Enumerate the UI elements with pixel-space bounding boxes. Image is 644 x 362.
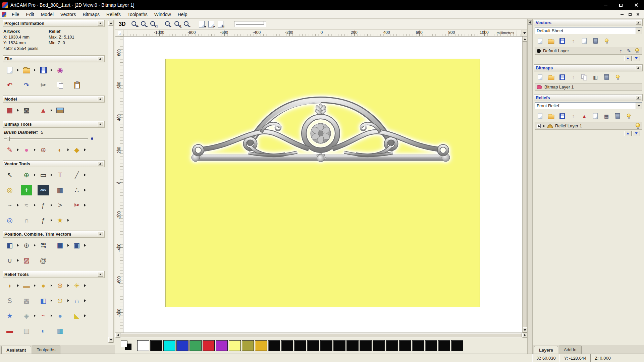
paint-selective-icon[interactable]: ● (21, 144, 32, 155)
arc-fit-icon[interactable]: ∩ (21, 215, 32, 226)
swatch-black-16[interactable] (451, 340, 463, 351)
vertical-scrollbar[interactable] (522, 37, 527, 333)
fillet-icon[interactable]: ∪ (4, 255, 15, 266)
collapse-section-button[interactable] (636, 96, 641, 100)
weave-wizard-icon[interactable]: ▩ (21, 295, 32, 306)
align-objects-icon[interactable]: ◧ (4, 240, 15, 251)
drawing-viewport[interactable] (123, 37, 522, 333)
tab-assistant[interactable]: Assistant (1, 346, 31, 354)
layer-row-relief-layer-1[interactable]: Relief Layer 1 (535, 122, 642, 130)
collapse-section-button[interactable] (98, 272, 103, 277)
set-model-size-icon[interactable]: ▦ (4, 105, 15, 116)
swatch-black-2[interactable] (268, 340, 280, 351)
stamp-relief-icon[interactable]: ⊙ (54, 295, 66, 306)
layer-row-default-layer[interactable]: Default Layer ↑✎ (535, 47, 642, 55)
create-text-icon[interactable]: T (54, 170, 66, 180)
insert-point-icon[interactable]: > (54, 200, 66, 210)
texture-relief-icon[interactable]: ☀ (71, 280, 83, 291)
block-array-icon[interactable]: ▦ (54, 240, 66, 251)
scroll-down-button[interactable] (108, 337, 113, 343)
assistant-panel-scrollbar[interactable] (108, 20, 114, 343)
swatch-red[interactable] (203, 340, 215, 351)
layer-visibility-icon[interactable] (634, 48, 640, 54)
swatch-gold[interactable] (255, 340, 267, 351)
swatch-black-3[interactable] (281, 340, 293, 351)
create-polyline-icon[interactable]: ~ (4, 200, 15, 210)
relief-selector[interactable]: Front Relief (535, 102, 642, 109)
measure-icon[interactable]: ╱ (71, 170, 83, 180)
new-vector-layer-icon[interactable] (536, 37, 544, 45)
record-model-icon[interactable]: ◉ (54, 65, 66, 75)
tab-toolpaths[interactable]: Toolpaths (32, 346, 61, 354)
scroll-left-button[interactable] (115, 333, 120, 338)
sculpt-icon[interactable]: ◗ (4, 280, 15, 291)
swatch-black-10[interactable] (373, 340, 385, 351)
colour-picker-icon[interactable]: ⊕ (38, 144, 49, 155)
tab-add-in[interactable]: Add In (559, 346, 582, 354)
swatch-black[interactable] (150, 340, 162, 351)
open-vector-layer-icon[interactable] (547, 37, 555, 45)
new-sheet-icon[interactable] (580, 37, 588, 45)
mdi-close-button[interactable] (634, 11, 642, 18)
view-back-button[interactable]: ◂ (197, 20, 206, 28)
zoom-object-button[interactable]: ○ (182, 20, 191, 28)
paste-along-curve-icon[interactable]: ∴ (71, 185, 83, 195)
swatch-black-13[interactable] (412, 340, 424, 351)
zoom-window-button[interactable]: □ (149, 20, 158, 28)
swatch-blue[interactable] (176, 340, 189, 351)
delete-vector-layer-icon[interactable] (591, 37, 599, 45)
swatch-white[interactable] (137, 340, 149, 351)
menu-vectors[interactable]: Vectors (57, 10, 79, 18)
open-model-icon[interactable] (21, 65, 32, 75)
zoom-1to1-button[interactable]: 1 (173, 20, 182, 28)
save-model-icon[interactable] (38, 65, 49, 75)
offset-vectors-icon[interactable]: ◎ (4, 185, 15, 195)
layer-move-up-button[interactable] (624, 56, 632, 61)
bitmap-sheet[interactable] (165, 59, 480, 307)
layer-move-down-button[interactable] (633, 56, 640, 61)
swatch-magenta[interactable] (216, 340, 228, 351)
redo-icon[interactable]: ↷ (21, 80, 32, 90)
swatch-black-6[interactable] (320, 340, 332, 351)
close-button[interactable] (629, 0, 644, 10)
wave-wizard-icon[interactable]: ~ (38, 310, 49, 321)
zoom-in-button[interactable]: + (130, 20, 139, 28)
dome-icon[interactable]: ∩ (71, 295, 83, 306)
texture-flow-icon[interactable]: ▦ (54, 325, 66, 336)
join-vectors-icon[interactable]: ƒ (38, 215, 49, 226)
layer-expander-icon[interactable] (543, 125, 545, 127)
mdi-minimize-button[interactable] (618, 11, 626, 18)
paste-text-icon[interactable]: ABC (38, 185, 49, 195)
new-bitmap-layer-icon[interactable] (536, 73, 544, 81)
relief-calculator-icon[interactable]: ▦ (602, 112, 610, 120)
spiral-icon[interactable]: @ (38, 255, 49, 266)
new-relief-layer-icon[interactable] (536, 112, 544, 120)
cut-vector-icon[interactable]: ✂ (71, 200, 83, 210)
menu-reliefs[interactable]: Reliefs (103, 10, 124, 18)
swatch-black-12[interactable] (399, 340, 411, 351)
block-paste-icon[interactable]: + (21, 185, 32, 195)
create-star-icon[interactable]: ★ (54, 215, 66, 226)
sheet-selector[interactable]: Default Sheet (535, 27, 642, 34)
horizontal-scrollbar[interactable] (115, 333, 527, 338)
center-in-page-icon[interactable]: ⊛ (21, 240, 32, 251)
palette-icon[interactable]: ◐ (54, 144, 66, 155)
zoom-out-button[interactable]: − (140, 20, 148, 28)
create-rectangle-icon[interactable]: ▭ (38, 170, 49, 180)
swatch-olive[interactable] (242, 340, 254, 351)
select-vectors-icon[interactable]: ↖ (4, 170, 15, 180)
zoom-fit-button[interactable]: ▭ (164, 20, 172, 28)
menu-model[interactable]: Model (38, 10, 57, 18)
line-style-selector[interactable] (234, 21, 266, 27)
collapse-section-button[interactable] (98, 122, 103, 126)
dropdown-arrow-icon[interactable] (636, 103, 642, 109)
greyscale-model-icon[interactable]: ▩ (21, 105, 32, 116)
ruler-units-dropdown[interactable] (522, 30, 527, 36)
layer-row-bitmap-layer-1[interactable]: Bitmap Layer 1 (535, 83, 642, 91)
swatch-cyan[interactable] (163, 340, 175, 351)
scrollbar-thumb[interactable] (121, 333, 522, 337)
new-model-icon[interactable] (4, 65, 15, 75)
collapse-section-button[interactable] (98, 232, 103, 236)
brush-diameter-slider[interactable] (4, 136, 101, 141)
slice-relief-icon[interactable]: ▬ (4, 325, 15, 336)
